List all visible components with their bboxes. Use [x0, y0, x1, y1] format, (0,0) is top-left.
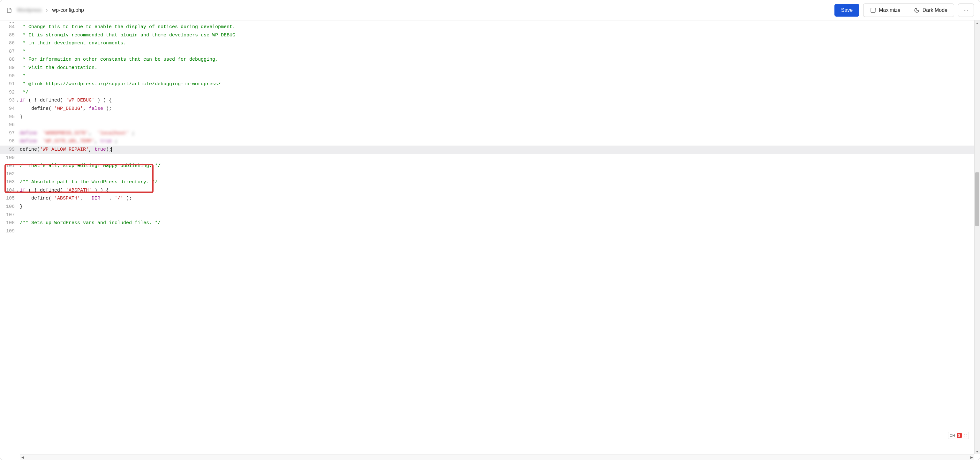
svg-point-3 [967, 10, 968, 11]
code-content[interactable]: define('WP_ALLOW_REPAIR', true); [18, 146, 974, 154]
code-content[interactable] [18, 121, 974, 129]
code-content[interactable]: /* That's all, stop editing! Happy publi… [18, 162, 974, 170]
code-line[interactable]: 109 [0, 227, 974, 236]
code-content[interactable]: * visit the documentation. [18, 64, 974, 72]
code-content[interactable]: */ [18, 88, 974, 97]
code-line[interactable]: 100 [0, 154, 974, 162]
line-number: 83 [0, 21, 18, 23]
code-line[interactable]: 104▾if ( ! defined( 'ABSPATH' ) ) { [0, 186, 974, 195]
maximize-icon [870, 7, 876, 13]
code-line[interactable]: 91 * @link https://wordpress.org/support… [0, 80, 974, 88]
scrollbar-thumb[interactable] [975, 172, 979, 226]
code-content[interactable] [18, 21, 974, 23]
code-line[interactable]: 107 [0, 211, 974, 219]
code-line[interactable]: 94 define( 'WP_DEBUG', false ); [0, 105, 974, 113]
scroll-down-arrow-icon[interactable]: ▼ [975, 449, 980, 454]
code-content[interactable]: * in their development environments. [18, 39, 974, 48]
line-number: 106 [0, 203, 18, 211]
toolbar-actions: Save Maximize Dark Mode [834, 3, 974, 17]
more-horizontal-icon [963, 7, 969, 13]
code-line[interactable]: 95} [0, 113, 974, 121]
darkmode-button[interactable]: Dark Mode [907, 3, 954, 17]
code-content[interactable]: if ( ! defined( 'WP_DEBUG' ) ) { [18, 96, 974, 105]
code-content[interactable]: define( 'WP_DEBUG', false ); [18, 105, 974, 113]
scroll-up-arrow-icon[interactable]: ▲ [975, 21, 980, 26]
code-line[interactable]: 98define 'WP_SITE_URL_TEMP', true ; [0, 137, 974, 146]
scroll-left-arrow-icon[interactable]: ◀ [20, 455, 25, 460]
svg-point-5 [964, 436, 964, 436]
line-number: 108 [0, 219, 18, 227]
code-content[interactable]: } [18, 113, 974, 121]
breadcrumb-filename[interactable]: wp-config.php [52, 7, 84, 13]
code-line[interactable]: 93▾if ( ! defined( 'WP_DEBUG' ) ) { [0, 96, 974, 105]
code-line[interactable]: 97define 'WORDPRESS_SITE', 'localhost' ; [0, 129, 974, 138]
save-button[interactable]: Save [834, 4, 859, 17]
line-number: 98 [0, 137, 18, 146]
code-line[interactable]: 90 * [0, 72, 974, 80]
code-content[interactable]: /** Absolute path to the WordPress direc… [18, 178, 974, 186]
code-line[interactable]: 103/** Absolute path to the WordPress di… [0, 178, 974, 186]
code-line[interactable]: 89 * visit the documentation. [0, 64, 974, 72]
line-number: 84 [0, 23, 18, 31]
maximize-button[interactable]: Maximize [863, 3, 907, 17]
code-content[interactable] [18, 211, 974, 219]
code-content[interactable]: * [18, 72, 974, 80]
code-line[interactable]: 106} [0, 203, 974, 211]
code-line[interactable]: 83 [0, 21, 974, 23]
code-line[interactable]: 102 [0, 170, 974, 178]
vertical-scrollbar[interactable]: ▲ ▼ [974, 21, 980, 454]
line-number: 87 [0, 48, 18, 56]
line-number: 100 [0, 154, 18, 162]
code-content[interactable]: /** Sets up WordPress vars and included … [18, 219, 974, 227]
moon-icon [913, 7, 920, 13]
line-number: 101 [0, 162, 18, 170]
code-content[interactable]: } [18, 203, 974, 211]
code-pane[interactable]: 8384 * Change this to true to enable the… [0, 21, 974, 454]
code-content[interactable]: * [18, 48, 974, 56]
ime-badge: S [957, 433, 962, 438]
editor-area: 8384 * Change this to true to enable the… [0, 21, 980, 454]
code-content[interactable]: * For information on other constants tha… [18, 56, 974, 64]
code-line[interactable]: 99define('WP_ALLOW_REPAIR', true); [0, 146, 974, 154]
text-cursor [111, 147, 112, 152]
line-number: 88 [0, 56, 18, 64]
ime-indicator[interactable]: CH S [948, 432, 969, 439]
code-line[interactable]: 84 * Change this to true to enable the d… [0, 23, 974, 31]
code-content[interactable]: * It is strongly recommended that plugin… [18, 31, 974, 40]
toolbar: Wordpress › wp-config.php Save Maximize … [0, 0, 980, 21]
code-content[interactable]: * @link https://wordpress.org/support/ar… [18, 80, 974, 88]
code-content[interactable]: if ( ! defined( 'ABSPATH' ) ) { [18, 186, 974, 195]
code-content[interactable]: * Change this to true to enable the disp… [18, 23, 974, 31]
code-line[interactable]: 87 * [0, 48, 974, 56]
code-content[interactable]: define( 'ABSPATH', __DIR__ . '/' ); [18, 194, 974, 203]
code-content[interactable] [18, 154, 974, 162]
more-options-button[interactable] [958, 3, 974, 17]
code-line[interactable]: 101/* That's all, stop editing! Happy pu… [0, 162, 974, 170]
code-content[interactable] [18, 227, 974, 236]
code-line[interactable]: 96 [0, 121, 974, 129]
code-content[interactable]: define 'WP_SITE_URL_TEMP', true ; [18, 137, 974, 146]
code-content[interactable]: define 'WORDPRESS_SITE', 'localhost' ; [18, 129, 974, 138]
line-number: 93▾ [0, 96, 18, 105]
breadcrumb: Wordpress › wp-config.php [6, 7, 84, 14]
code-line[interactable]: 108/** Sets up WordPress vars and includ… [0, 219, 974, 227]
line-number: 107 [0, 211, 18, 219]
line-number: 97 [0, 129, 18, 138]
code-line[interactable]: 92 */ [0, 88, 974, 97]
line-number: 85 [0, 31, 18, 40]
maximize-label: Maximize [879, 7, 900, 13]
code-line[interactable]: 85 * It is strongly recommended that plu… [0, 31, 974, 40]
line-number: 94 [0, 105, 18, 113]
line-number: 102 [0, 170, 18, 178]
line-number: 89 [0, 64, 18, 72]
code-line[interactable]: 105 define( 'ABSPATH', __DIR__ . '/' ); [0, 194, 974, 203]
line-number: 91 [0, 80, 18, 88]
scroll-right-arrow-icon[interactable]: ▶ [969, 455, 974, 460]
horizontal-scrollbar[interactable]: ◀ ▶ [20, 454, 974, 460]
ime-expand-icon [963, 433, 967, 438]
code-line[interactable]: 86 * in their development environments. [0, 39, 974, 48]
code-content[interactable] [18, 170, 974, 178]
code-line[interactable]: 88 * For information on other constants … [0, 56, 974, 64]
line-number: 109 [0, 227, 18, 236]
breadcrumb-parent[interactable]: Wordpress [17, 7, 41, 13]
